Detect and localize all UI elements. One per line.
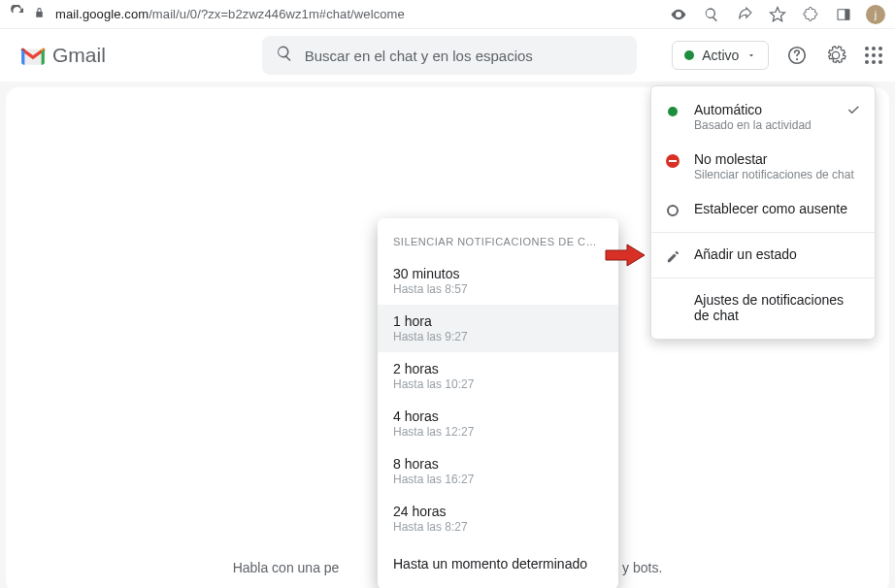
brand-text: Gmail <box>52 44 106 67</box>
divider <box>651 232 875 233</box>
reload-icon[interactable] <box>10 5 25 24</box>
extensions-icon[interactable] <box>800 4 821 25</box>
silence-option-custom[interactable]: Hasta un momento determinado <box>378 542 618 577</box>
add-status[interactable]: Añadir un estado <box>651 237 875 274</box>
status-option-dnd[interactable]: No molestar Silenciar notificaciones de … <box>651 142 875 191</box>
search-placeholder: Buscar en el chat y en los espacios <box>305 48 533 64</box>
silence-option-24h[interactable]: 24 horasHasta las 8:27 <box>378 495 618 542</box>
notification-settings[interactable]: Ajustes de notificaciones de chat <box>651 282 875 333</box>
app-header: Gmail Buscar en el chat y en los espacio… <box>0 29 895 82</box>
share-icon[interactable] <box>734 4 755 25</box>
caret-down-icon <box>746 48 756 63</box>
active-dot-icon <box>668 107 678 116</box>
pencil-icon <box>665 248 680 264</box>
check-icon <box>845 102 861 121</box>
away-ring-icon <box>667 205 679 216</box>
status-option-away[interactable]: Establecer como ausente <box>651 191 875 228</box>
search-input[interactable]: Buscar en el chat y en los espacios <box>262 36 638 75</box>
apps-icon[interactable] <box>864 45 883 66</box>
help-icon[interactable] <box>786 45 808 66</box>
status-button[interactable]: Activo <box>672 41 769 70</box>
content-area: Habla con una pe y bots. Automático Basa… <box>6 87 889 588</box>
silence-option-30m[interactable]: 30 minutosHasta las 8:57 <box>378 257 618 305</box>
zoom-icon[interactable] <box>701 4 722 25</box>
search-icon <box>276 45 293 66</box>
annotation-arrow-icon <box>604 243 643 266</box>
svg-point-3 <box>796 58 798 60</box>
status-dropdown: Automático Basado en la actividad No mol… <box>650 85 876 340</box>
submenu-header: SILENCIAR NOTIFICACIONES DE CHAT D… <box>378 222 618 257</box>
silence-option-4h[interactable]: 4 horasHasta las 12:27 <box>378 400 618 447</box>
browser-toolbar: mail.google.com/mail/u/0/?zx=b2zwz446wz1… <box>0 0 895 29</box>
panel-icon[interactable] <box>833 4 854 25</box>
svg-rect-1 <box>845 9 849 19</box>
silence-option-1h[interactable]: 1 horaHasta las 9:27 <box>378 305 618 352</box>
silence-option-8h[interactable]: 8 horasHasta las 16:27 <box>378 447 618 495</box>
dnd-dot-icon <box>666 154 680 168</box>
eye-icon[interactable] <box>668 4 689 25</box>
divider <box>651 278 875 278</box>
brand-logo[interactable]: Gmail <box>19 44 106 67</box>
url-display[interactable]: mail.google.com/mail/u/0/?zx=b2zwz446wz1… <box>55 7 658 21</box>
silence-option-2h[interactable]: 2 horasHasta las 10:27 <box>378 352 618 400</box>
lock-icon <box>33 6 46 23</box>
profile-avatar[interactable]: j <box>866 5 885 24</box>
status-dot-icon <box>684 50 694 60</box>
silence-submenu: SILENCIAR NOTIFICACIONES DE CHAT D… 30 m… <box>378 218 618 588</box>
star-icon[interactable] <box>767 4 788 25</box>
status-option-auto[interactable]: Automático Basado en la actividad <box>651 92 875 142</box>
gear-icon[interactable] <box>825 45 846 66</box>
